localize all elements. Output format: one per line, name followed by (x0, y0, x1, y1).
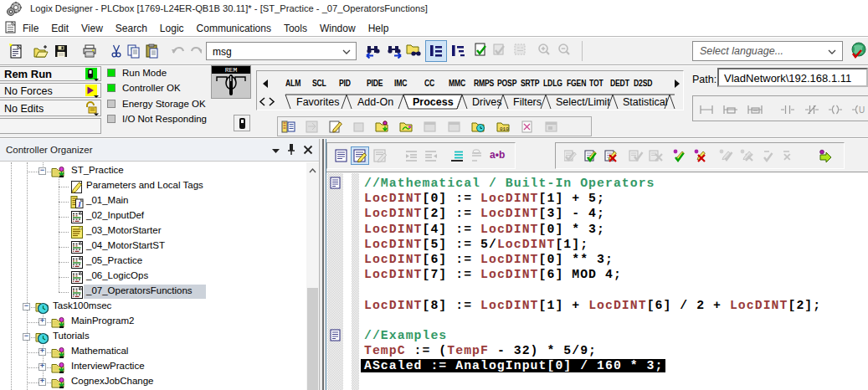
svg-text:Process: Process (413, 96, 454, 108)
svg-text:Favorites: Favorites (296, 96, 339, 108)
svg-text:Add-On: Add-On (357, 96, 393, 108)
svg-text:010: 010 (500, 126, 509, 132)
svg-text:U: U (859, 105, 865, 115)
svg-text:Statistical: Statistical (623, 96, 668, 108)
svg-text:Filters: Filters (513, 96, 542, 108)
svg-text:Select/Limit: Select/Limit (556, 96, 610, 108)
svg-text:Drives: Drives (472, 96, 501, 108)
